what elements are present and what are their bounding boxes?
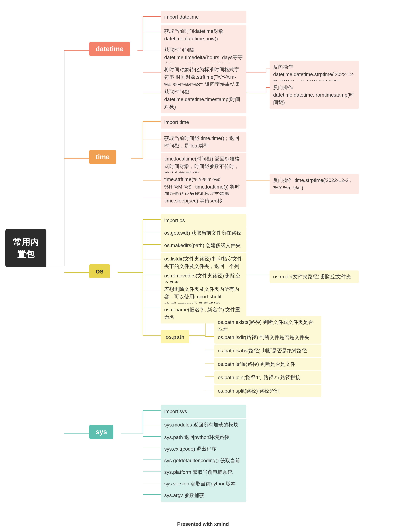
category-time-label: time <box>96 153 110 161</box>
leaf-sys-1-text: sys.modules 返回所有加载的模块 <box>164 422 238 428</box>
leaf-ospath-0-text: os.path.exists(路径) 判断文件或文件夹是否存在 <box>218 319 313 332</box>
category-datetime-label: datetime <box>96 45 123 53</box>
leaf-sys-3: sys.exit(code) 退出程序 <box>161 443 246 455</box>
leaf-os-1-text: os.getcwd() 获取当前文件所在路径 <box>164 230 242 236</box>
leaf-datetime-4: 获取时间戳 datetime.datetime.timestamp(时间对象) <box>161 86 246 113</box>
leaf-datetime-0: import datetime <box>161 11 246 23</box>
leaf-sys-0-text: import sys <box>164 409 187 414</box>
leaf-os-0-text: import os <box>164 218 185 223</box>
footer-text: Presented with <box>177 521 214 527</box>
leaf-ospath-2: os.path.isabs(路径) 判断是否是绝对路径 <box>214 345 321 357</box>
leaf-time-4-text: time.sleep(sec) 等待sec秒 <box>164 198 222 203</box>
category-ospath: os.path <box>161 330 189 343</box>
leaf-time-1-text: 获取当前时间戳 time.time()；返回时间戳，是float类型 <box>164 136 239 149</box>
leaf-ospath-2-text: os.path.isabs(路径) 判断是否是绝对路径 <box>218 348 307 353</box>
footer-brand: xmind <box>214 521 229 527</box>
leaf-sys-0: import sys <box>161 405 246 418</box>
leaf-ospath-4-text: os.path.join('路径1', '路径2') 路径拼接 <box>218 375 300 380</box>
leaf-ospath-1: os.path.isdir(路径) 判断文件是否是文件夹 <box>214 331 321 344</box>
category-sys: sys <box>89 425 113 439</box>
leaf-datetime-extra-1-text: 反向操作 datetime.datetime.fromtimestamp(时间戳… <box>273 85 354 105</box>
mind-map: 常用内置包 datetime import datetime 获取当前时间dat… <box>0 0 406 532</box>
category-os: os <box>89 264 110 278</box>
leaf-os-2: os.makedirs(path) 创建多级文件夹 <box>161 239 246 252</box>
leaf-ospath-5: os.path.split(路径) 路径分割 <box>214 385 321 397</box>
category-sys-label: sys <box>96 428 107 436</box>
central-label: 常用内置包 <box>13 237 39 259</box>
leaf-sys-7: sys.argv 参数捕获 <box>161 489 246 502</box>
leaf-sys-2: sys.path 返回python环境路径 <box>161 431 246 444</box>
leaf-os-2-text: os.makedirs(path) 创建多级文件夹 <box>164 243 241 248</box>
leaf-time-4: time.sleep(sec) 等待sec秒 <box>161 194 246 207</box>
leaf-time-extra-0-text: 反向操作 time.strptime('2022-12-2', '%Y-%m-%… <box>273 177 351 190</box>
leaf-time-0-text: import time <box>164 119 189 125</box>
leaf-ospath-1-text: os.path.isdir(路径) 判断文件是否是文件夹 <box>218 335 309 340</box>
leaf-sys-5: sys.platform 获取当前电脑系统 <box>161 466 246 478</box>
leaf-ospath-4: os.path.join('路径1', '路径2') 路径拼接 <box>214 371 321 384</box>
leaf-sys-6-text: sys.version 获取当前python版本 <box>164 481 236 487</box>
footer: Presented with xmind <box>177 521 229 527</box>
leaf-datetime-4-text: 获取时间戳 datetime.datetime.timestamp(时间对象) <box>164 89 240 110</box>
leaf-time-0: import time <box>161 116 246 129</box>
category-os-label: os <box>96 267 103 275</box>
leaf-sys-1: sys.modules 返回所有加载的模块 <box>161 419 246 431</box>
leaf-datetime-extra-1: 反向操作 datetime.datetime.fromtimestamp(时间戳… <box>270 81 359 109</box>
category-ospath-label: os.path <box>166 334 185 340</box>
leaf-sys-7-text: sys.argv 参数捕获 <box>164 493 204 498</box>
leaf-os-extra-0-text: os.rmdir(文件夹路径) 删除空文件夹 <box>273 274 351 279</box>
central-node: 常用内置包 <box>5 229 46 267</box>
leaf-sys-3-text: sys.exit(code) 退出程序 <box>164 446 217 452</box>
leaf-time-extra-0: 反向操作 time.strptime('2022-12-2', '%Y-%m-%… <box>270 174 359 194</box>
leaf-ospath-3-text: os.path.isfile(路径) 判断是否是文件 <box>218 361 295 367</box>
leaf-sys-5-text: sys.platform 获取当前电脑系统 <box>164 469 233 475</box>
leaf-os-0: import os <box>161 214 246 227</box>
leaf-datetime-1: 获取当前时间datetime对象 datetime.datetime.now() <box>161 25 246 45</box>
leaf-os-extra-0: os.rmdir(文件夹路径) 删除空文件夹 <box>270 270 359 283</box>
leaf-datetime-3-text: 将时间对象转化为标准时间格式字符串 时间对象.strftime("%Y-%m-%… <box>164 67 240 87</box>
leaf-time-3-text: time.strftime('%Y-%m-%d %H:%M:%S', time.… <box>164 177 240 197</box>
category-datetime: datetime <box>89 42 130 56</box>
leaf-os-1: os.getcwd() 获取当前文件所在路径 <box>161 227 246 239</box>
leaf-sys-6: sys.version 获取当前python版本 <box>161 478 246 490</box>
leaf-datetime-1-text: 获取当前时间datetime对象 datetime.datetime.now() <box>164 28 223 41</box>
leaf-datetime-0-text: import datetime <box>164 14 199 20</box>
leaf-sys-2-text: sys.path 返回python环境路径 <box>164 435 229 440</box>
leaf-time-1: 获取当前时间戳 time.time()；返回时间戳，是float类型 <box>161 132 246 152</box>
category-time: time <box>89 150 116 164</box>
leaf-ospath-3: os.path.isfile(路径) 判断是否是文件 <box>214 358 321 370</box>
leaf-ospath-5-text: os.path.split(路径) 路径分割 <box>218 388 279 394</box>
